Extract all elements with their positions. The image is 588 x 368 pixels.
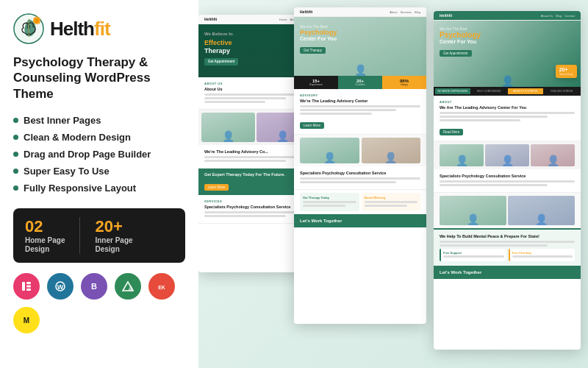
stat-label-inner: Inner PageDesign [95,236,132,254]
feature-item-1: Best Inner Pages [13,112,185,129]
feature-item-5: Fully Responsive Layout [13,180,185,197]
logo-icon [13,13,44,44]
screen-right-advisory: ABOUT We Are The Leading Advisory Center… [434,96,581,141]
svg-text:W: W [57,283,64,291]
product-tagline: Psychology Therapy & Counseling WordPres… [13,54,185,102]
screen-right-nav: Helthfit About Us Blog Contact [434,11,581,21]
svg-text:B: B [91,282,97,291]
screen-mid-specialists: Specialists Psychology Consultation Serv… [294,166,426,190]
stat-divider [79,217,80,254]
svg-line-6 [34,18,35,18]
svg-rect-10 [26,289,31,291]
elementor-icon [13,273,40,300]
mockup-preview-panel: Helthfit Home About Blog We Believe In E… [187,0,588,368]
mockup-screen-mid: Helthfit About Services Blog We Are The … [294,7,426,324]
screen-mid-hero: We Are The Best Psychology Center For Yo… [294,17,426,76]
svg-line-5 [39,23,40,24]
left-info-panel: Helthfit Psychology Therapy & Counseling… [0,0,198,368]
screen-right-hero: We Are The Best Psychology Center For Yo… [434,21,581,87]
svg-rect-7 [22,282,25,291]
stats-bar: 02 Home PageDesign 20+ Inner PageDesign [13,208,185,263]
logo-text: Helthfit [50,18,110,40]
tech-icons-row: W B EK M [13,273,185,333]
svg-line-4 [39,18,40,18]
mailchimp-icon: M [13,307,40,333]
hero-badge: 20+ Years Exp. [556,65,577,78]
screen-mid-cta: Let's Work Together [294,214,426,227]
elementor-king-icon: EK [148,273,175,300]
bootstrap-icon: B [81,273,107,300]
svg-marker-15 [128,285,134,291]
feature-item-2: Clean & Modern Design [13,129,185,146]
svg-point-2 [35,18,39,23]
features-list: Best Inner Pages Clean & Modern Design D… [13,112,185,197]
mountain-icon [115,273,141,300]
mockup-screen-right: Helthfit About Us Blog Contact We Are Th… [434,11,581,350]
logo-area: Helthfit [13,13,185,44]
mockup-container: Helthfit Home About Blog We Believe In E… [187,0,588,368]
screen-right-cta: Let's Work Together [434,266,581,279]
stat-number-inner: 20+ [95,217,122,236]
wordpress-icon: W [47,273,74,300]
screen-right-photos [434,141,581,169]
screen-right-specialists: Specialists Psychology Consultation Serv… [434,169,581,193]
stat-number-home: 02 [25,217,43,236]
screen-mid-cards: Get Therapy Today Award Winning [294,190,426,214]
stat-label-home: Home PageDesign [25,236,65,254]
screen-mid-stats: 15+ Experience 20+ Certified 98% Happy [294,76,426,89]
stat-home-pages: 02 Home PageDesign [25,217,65,254]
screen-right-nav-bar: NO MORE DEPRESSION SELF CONFIDENCE ANXIE… [434,87,581,96]
svg-text:EK: EK [158,285,165,290]
screen-mid-photos [294,135,426,166]
screen-mid-advisory: ADVISORY We're The Leading Advisory Cent… [294,89,426,135]
screen-right-gallery [434,193,581,228]
stat-inner-pages: 20+ Inner PageDesign [95,217,132,254]
feature-item-4: Super Easy To Use [13,163,185,180]
screen-right-mental: We Help To Build Mental Peace & Prepare … [434,228,581,266]
svg-text:M: M [24,316,29,325]
feature-item-3: Drag and Drop Page Builder [13,146,185,163]
svg-rect-9 [26,285,31,287]
svg-rect-8 [26,282,31,284]
screen-mid-nav: Helthfit About Services Blog [294,7,426,17]
screen-hero-text-left: We Believe In Effective Therapy Get Appo… [204,32,306,66]
